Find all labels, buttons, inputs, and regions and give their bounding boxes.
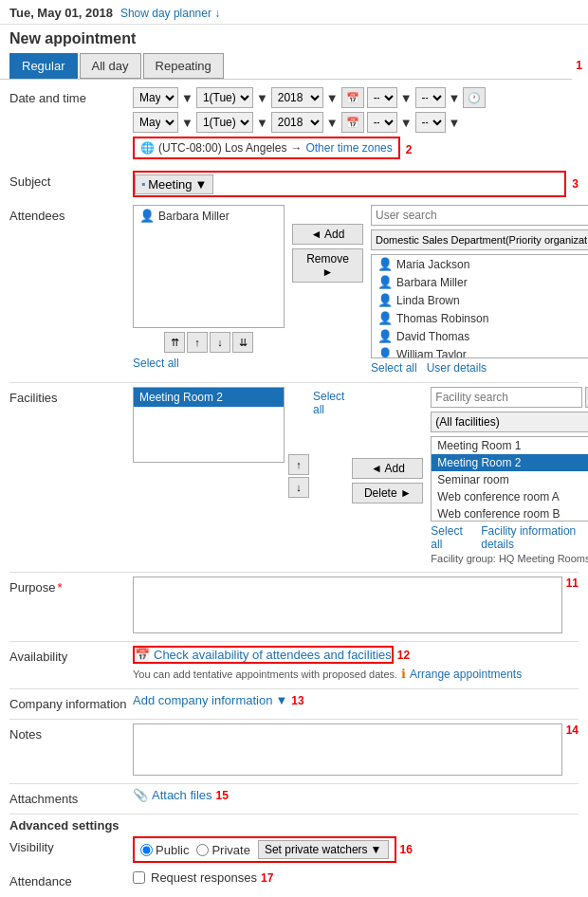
end-sep: ▼ xyxy=(400,116,413,130)
request-responses-checkbox[interactable] xyxy=(133,871,145,884)
start-hour-select[interactable]: -- xyxy=(367,87,397,108)
start-clock-btn[interactable]: 🕐 xyxy=(463,87,486,108)
org-select[interactable]: Domestic Sales Department(Priority organ… xyxy=(371,229,588,250)
list-item[interactable]: 👤David Thomas xyxy=(372,327,588,345)
advanced-title: Advanced settings xyxy=(9,818,579,833)
visibility-private[interactable]: Private xyxy=(196,843,249,857)
start-month-select[interactable]: May xyxy=(133,87,178,108)
list-item[interactable]: 👤Linda Brown xyxy=(372,291,588,309)
list-item[interactable]: 👤Thomas Robinson xyxy=(372,309,588,327)
selected-facilities-list: Meeting Room 2 xyxy=(133,387,285,463)
datetime-row: Date and time May ▼ 1(Tue) ▼ 2018 ▼ 📅 -- xyxy=(9,87,579,163)
facility-filter-select[interactable]: (All facilities) xyxy=(431,412,588,432)
availability-note: You can add tentative appointments with … xyxy=(133,667,522,681)
top-bar: Tue, May 01, 2018 Show day planner ↓ xyxy=(0,0,588,25)
user-name: Linda Brown xyxy=(396,294,460,307)
list-item[interactable]: Web conference room A xyxy=(432,488,588,505)
attendee-add-btn[interactable]: ◄ Add xyxy=(292,224,363,245)
arrange-appointments-link[interactable]: Arrange appointments xyxy=(410,668,522,681)
marker-1: 1 xyxy=(576,59,582,72)
move-down-btn[interactable]: ↓ xyxy=(210,332,230,353)
subject-type-label: Meeting xyxy=(148,177,192,192)
user-name: Thomas Robinson xyxy=(396,312,488,325)
user-icon: 👤 xyxy=(377,347,393,358)
add-company-btn[interactable]: Add company information ▼ xyxy=(133,693,287,707)
planner-icon: ↓ xyxy=(214,7,220,20)
end-hour-select[interactable]: -- xyxy=(367,112,397,133)
marker-15: 15 xyxy=(216,789,229,802)
facility-select-all[interactable]: Select all xyxy=(431,524,471,551)
facility-search-input[interactable] xyxy=(431,387,582,408)
user-icon: 👤 xyxy=(377,257,393,271)
marker-12: 12 xyxy=(397,649,410,662)
user-details-link[interactable]: User details xyxy=(427,361,487,375)
users-select-all[interactable]: Select all xyxy=(371,361,417,375)
set-private-watchers-btn[interactable]: Set private watchers ▼ xyxy=(258,840,389,859)
attach-icon: 📎 xyxy=(133,788,148,802)
datetime-label: Date and time xyxy=(9,87,133,105)
start-day-select[interactable]: 1(Tue) xyxy=(196,87,253,108)
person-icon: 👤 xyxy=(139,209,155,223)
move-up-btn[interactable]: ↑ xyxy=(187,332,208,353)
list-item[interactable]: 👤Maria Jackson xyxy=(372,255,588,273)
move-top-btn[interactable]: ⇈ xyxy=(164,332,185,353)
selected-facility[interactable]: Meeting Room 2 xyxy=(134,388,284,407)
marker-3: 3 xyxy=(572,177,579,191)
start-year-select[interactable]: 2018 xyxy=(271,87,323,108)
start-month-arrow: ▼ xyxy=(181,91,193,105)
subject-input[interactable] xyxy=(217,173,564,195)
list-item[interactable]: Meeting Room 1 xyxy=(432,437,588,454)
facility-move-up-btn[interactable]: ↑ xyxy=(288,454,309,475)
attachments-label: Attachments xyxy=(9,788,133,806)
list-item[interactable]: Meeting Room 2 xyxy=(432,454,588,471)
watchers-arrow: ▼ xyxy=(371,843,382,856)
timezone-icon: 🌐 xyxy=(140,141,155,155)
list-item[interactable]: 👤Barbara Miller xyxy=(372,273,588,291)
facility-info-link[interactable]: Facility information details xyxy=(481,524,588,551)
user-name: Barbara Miller xyxy=(396,276,468,289)
public-radio[interactable] xyxy=(140,844,153,856)
facility-group-info: Facility group: HQ Meeting Rooms xyxy=(431,553,588,564)
list-item[interactable]: Seminar room xyxy=(432,471,588,488)
visibility-public[interactable]: Public xyxy=(140,843,189,857)
move-bottom-btn[interactable]: ⇊ xyxy=(232,332,253,353)
purpose-textarea[interactable] xyxy=(133,577,562,633)
tab-regular[interactable]: Regular xyxy=(9,53,78,79)
attendance-row: Attendance Request responses 17 xyxy=(9,870,579,888)
selected-attendee[interactable]: 👤 Barbara Miller xyxy=(134,206,284,226)
list-item[interactable]: 👤William Taylor xyxy=(372,345,588,358)
user-name: William Taylor xyxy=(396,348,467,359)
request-responses-label[interactable]: Request responses xyxy=(133,870,257,885)
private-radio[interactable] xyxy=(196,844,209,856)
tab-repeating[interactable]: Repeating xyxy=(143,53,224,79)
list-item[interactable]: Web conference room B xyxy=(432,505,588,522)
other-timezones-link[interactable]: Other time zones xyxy=(305,141,392,155)
facility-move-down-btn[interactable]: ↓ xyxy=(288,477,309,498)
purpose-label: Purpose xyxy=(9,577,133,595)
end-calendar-btn[interactable]: 📅 xyxy=(341,112,364,133)
show-day-planner-link[interactable]: Show day planner ↓ xyxy=(120,7,220,20)
facility-delete-btn[interactable]: Delete ► xyxy=(352,483,423,503)
timezone-text: (UTC-08:00) Los Angeles xyxy=(158,141,286,155)
end-year-select[interactable]: 2018 xyxy=(271,112,323,133)
user-search-input[interactable] xyxy=(371,205,588,226)
start-min-select[interactable]: -- xyxy=(415,87,446,108)
user-icon: 👤 xyxy=(377,275,393,289)
availability-row: Availability 📅 Check availability of att… xyxy=(9,646,579,681)
attendees-select-all[interactable]: Select all xyxy=(133,357,285,370)
subject-type-btn[interactable]: ▪ Meeting ▼ xyxy=(135,174,213,194)
end-min-select[interactable]: -- xyxy=(415,112,446,133)
attach-files-link[interactable]: 📎 Attach files xyxy=(133,788,212,802)
facility-add-btn[interactable]: ◄ Add xyxy=(352,458,423,479)
check-availability-link[interactable]: 📅 Check availability of attendees and fa… xyxy=(135,648,392,662)
facilities-select-all[interactable]: Select all xyxy=(313,390,344,564)
tab-all-day[interactable]: All day xyxy=(80,53,141,79)
current-date: Tue, May 01, 2018 xyxy=(9,6,113,20)
info-icon: ℹ xyxy=(401,667,406,681)
facility-group-value: HQ Meeting Rooms xyxy=(499,553,588,564)
notes-textarea[interactable] xyxy=(133,723,562,776)
attendee-remove-btn[interactable]: Remove ► xyxy=(292,248,363,283)
end-month-select[interactable]: May xyxy=(133,112,178,133)
start-calendar-btn[interactable]: 📅 xyxy=(341,87,364,108)
end-day-select[interactable]: 1(Tue) xyxy=(196,112,253,133)
